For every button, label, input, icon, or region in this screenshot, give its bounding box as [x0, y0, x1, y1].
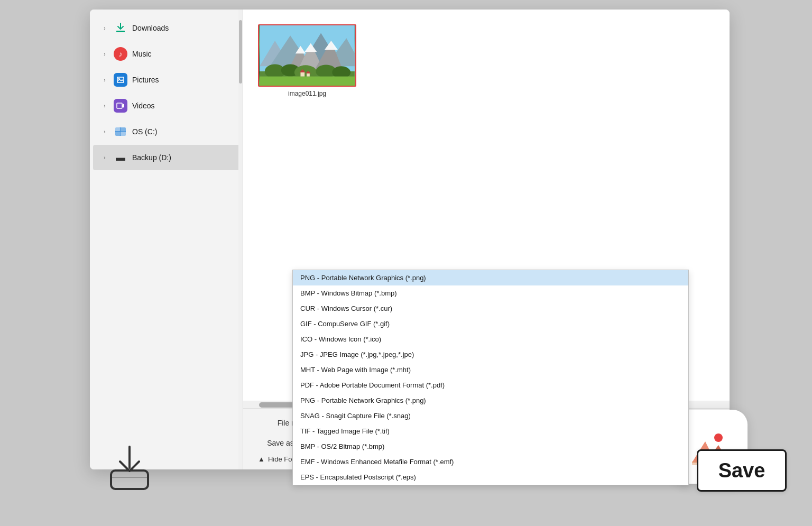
svg-rect-2 [117, 103, 122, 108]
svg-rect-0 [116, 31, 125, 32]
dropdown-item-1[interactable]: BMP - Windows Bitmap (*.bmp) [293, 285, 688, 301]
sidebar-item-label: Music [132, 50, 152, 58]
dropdown-item-12[interactable]: EMF - Windows Enhanced Metafile Format (… [293, 454, 688, 469]
pictures-icon [114, 73, 127, 87]
sidebar-item-label: Videos [132, 101, 155, 110]
dropdown-item-6[interactable]: MHT - Web Page with Image (*.mht) [293, 362, 688, 377]
svg-rect-26 [300, 72, 304, 77]
backup-drive-icon: ▬ [114, 151, 127, 164]
svg-point-31 [714, 433, 723, 442]
downloads-folder-icon [113, 21, 128, 35]
sidebar-item-downloads[interactable]: › Downloads [93, 15, 239, 41]
sidebar: › Downloads › ♪ Music › [90, 10, 243, 469]
dropdown-item-4[interactable]: ICO - Windows Icon (*.ico) [293, 331, 688, 347]
dropdown-item-11[interactable]: BMP - OS/2 Bitmap (*.bmp) [293, 439, 688, 454]
thumbnail-image [258, 24, 356, 87]
chevron-icon: › [100, 127, 109, 136]
sidebar-item-label: OS (C:) [132, 127, 157, 136]
download-icon-overlay [103, 441, 156, 494]
pictures-folder-icon [113, 72, 128, 87]
save-button[interactable]: Save [697, 449, 787, 492]
chevron-icon: › [100, 50, 109, 58]
chevron-icon: › [100, 24, 109, 32]
dropdown-item-3[interactable]: GIF - CompuServe GIF (*.gif) [293, 316, 688, 331]
videos-icon [114, 99, 127, 113]
chevron-icon: › [100, 153, 109, 162]
dropdown-item-10[interactable]: TIF - Tagged Image File (*.tif) [293, 423, 688, 439]
sidebar-item-pictures[interactable]: › Pictures [93, 67, 239, 93]
sidebar-scrollbar[interactable] [238, 10, 243, 469]
svg-rect-7 [121, 132, 126, 136]
chevron-icon: › [100, 76, 109, 84]
sidebar-item-backup[interactable]: › ▬ Backup (D:) [93, 145, 239, 170]
dropdown-item-8[interactable]: PNG - Portable Network Graphics (*.png) [293, 393, 688, 408]
sidebar-item-label: Backup (D:) [132, 153, 171, 162]
dropdown-item-13[interactable]: EPS - Encapsulated Postscript (*.eps) [293, 469, 688, 485]
music-icon: ♪ [114, 47, 127, 61]
svg-rect-6 [115, 132, 120, 136]
thumbnail-item[interactable]: image011.jpg [258, 24, 356, 97]
dropdown-item-7[interactable]: PDF - Adobe Portable Document Format (*.… [293, 377, 688, 393]
sidebar-item-videos[interactable]: › Videos [93, 93, 239, 118]
videos-folder-icon [113, 98, 128, 113]
dropdown-item-2[interactable]: CUR - Windows Cursor (*.cur) [293, 301, 688, 316]
save-button-label: Save [718, 459, 765, 482]
save-type-dropdown[interactable]: PNG - Portable Network Graphics (*.png) … [292, 270, 689, 485]
svg-rect-28 [307, 73, 310, 77]
save-dialog: › Downloads › ♪ Music › [90, 10, 730, 469]
svg-rect-4 [115, 127, 120, 131]
sidebar-scrollbar-thumb[interactable] [239, 20, 242, 84]
thumbnail-label: image011.jpg [288, 90, 326, 97]
chevron-icon: › [100, 101, 109, 110]
sidebar-item-label: Pictures [132, 76, 159, 84]
music-folder-icon: ♪ [113, 47, 128, 61]
sidebar-item-label: Downloads [132, 24, 169, 32]
dropdown-item-0[interactable]: PNG - Portable Network Graphics (*.png) [293, 270, 688, 285]
backup-icon: ▬ [113, 150, 128, 165]
dropdown-item-5[interactable]: JPG - JPEG Image (*.jpg,*.jpeg,*.jpe) [293, 347, 688, 362]
sidebar-item-music[interactable]: › ♪ Music [93, 41, 239, 67]
osc-icon [113, 124, 128, 139]
dropdown-item-9[interactable]: SNAG - Snagit Capture File (*.snag) [293, 408, 688, 423]
hide-folders-chevron: ▲ [258, 455, 265, 463]
svg-point-1 [118, 78, 120, 80]
svg-rect-35 [111, 470, 148, 489]
svg-rect-5 [121, 127, 126, 131]
svg-rect-25 [260, 77, 355, 86]
sidebar-item-osc[interactable]: › OS (C:) [93, 119, 239, 144]
